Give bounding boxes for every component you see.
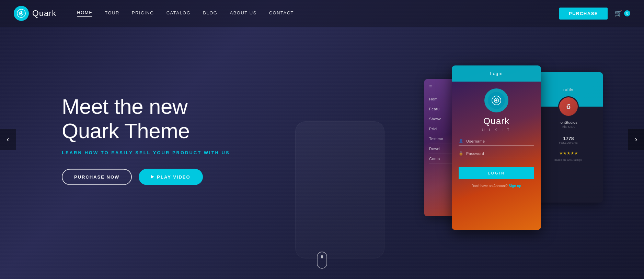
svg-point-3 — [495, 99, 497, 101]
screen-brand-sub: U I K I T — [452, 128, 541, 132]
logo-svg — [17, 9, 26, 18]
scroll-indicator — [317, 252, 327, 269]
carousel-next-button[interactable]: › — [628, 129, 644, 150]
cart-badge: 0 — [624, 10, 630, 16]
site-header: Quark HOME TOUR PRICING CATALOG BLOG ABO… — [0, 0, 644, 27]
login-header: Login — [452, 65, 541, 82]
nav-catalog[interactable]: CATALOG — [166, 10, 191, 17]
followers-stat: 1778 FOLLOWERS — [559, 136, 578, 144]
username-field-group: 👤 Username — [459, 139, 534, 146]
hero-section: Quark HOME TOUR PRICING CATALOG BLOG ABO… — [0, 0, 644, 279]
hero-subtitle-rest: HOW TO EASILY SELL YOUR PRODUCT WITH US — [82, 150, 230, 155]
hero-video-button[interactable]: PLAY VIDEO — [139, 169, 203, 185]
signup-link[interactable]: Sign up — [509, 184, 521, 188]
screen-logo-svg — [491, 95, 502, 106]
hero-subtitle-highlight: LEARN — [62, 150, 82, 155]
cart-area[interactable]: 🛒 0 — [614, 10, 630, 17]
purchase-button[interactable]: PURCHASE — [559, 8, 608, 20]
screens-area: rofile б ionStudios nia, USA 1778 FOLLOW… — [424, 65, 603, 230]
screen-logo-circle — [484, 88, 508, 112]
profile-avatar: б — [558, 96, 579, 117]
password-field-group: 🔒 Password — [459, 151, 534, 158]
play-icon — [151, 175, 154, 179]
hero-title-line2: Quark Theme — [62, 119, 189, 143]
chevron-left-icon: ‹ — [7, 135, 9, 144]
login-screen: Login Quark U I K I T 👤 Username — [452, 65, 541, 230]
profile-rating: based on 2271 ratings. — [534, 158, 603, 161]
hero-title-line1: Meet the new — [62, 95, 187, 118]
signup-prompt: Don't have an Account? — [472, 184, 508, 188]
screen-brand-name: Quark — [452, 116, 541, 126]
hero-purchase-button[interactable]: PURCHASE NOW — [62, 169, 132, 185]
followers-count: 1778 — [559, 136, 578, 141]
hero-subtitle: LEARN HOW TO EASILY SELL YOUR PRODUCT WI… — [62, 150, 230, 155]
hero-video-label: PLAY VIDEO — [157, 174, 190, 179]
logo-icon — [14, 6, 29, 21]
logo-link[interactable]: Quark — [14, 6, 56, 21]
user-icon: 👤 — [459, 139, 463, 143]
profile-stats: 1778 FOLLOWERS — [534, 132, 603, 148]
hamburger-icon: ≡ — [429, 83, 432, 89]
profile-label: rofile — [563, 87, 574, 92]
hero-title: Meet the new Quark Theme — [62, 94, 230, 143]
nav-tour[interactable]: TOUR — [105, 10, 119, 17]
profile-studio-name: ionStudios — [534, 120, 603, 124]
login-title: Login — [490, 71, 503, 76]
carousel-prev-button[interactable]: ‹ — [0, 129, 16, 150]
hero-content: Meet the new Quark Theme LEARN HOW TO EA… — [62, 94, 230, 185]
nav-pricing[interactable]: PRICING — [132, 10, 154, 17]
nav-about[interactable]: ABOUT US — [230, 10, 256, 17]
logo-text: Quark — [32, 9, 56, 18]
nav-home[interactable]: HOME — [77, 10, 92, 17]
username-label: Username — [466, 139, 485, 143]
profile-screen: rofile б ionStudios nia, USA 1778 FOLLOW… — [534, 72, 603, 203]
screen-login-button[interactable]: LOGIN — [459, 167, 534, 179]
screen-logo-inner — [488, 92, 505, 109]
nav-contact[interactable]: CONTACT — [269, 10, 294, 17]
cart-icon: 🛒 — [614, 10, 622, 17]
password-label: Password — [466, 151, 484, 156]
header-right: PURCHASE 🛒 0 — [559, 8, 630, 20]
hero-phone-bg — [295, 121, 384, 258]
lock-icon: 🔒 — [459, 151, 463, 156]
main-nav: HOME TOUR PRICING CATALOG BLOG ABOUT US … — [77, 10, 559, 17]
profile-location: nia, USA — [534, 125, 603, 129]
hero-buttons: PURCHASE NOW PLAY VIDEO — [62, 169, 230, 185]
nav-blog[interactable]: BLOG — [203, 10, 217, 17]
signup-text: Don't have an Account? Sign up — [459, 184, 534, 188]
profile-stars: ★★★★★ — [534, 148, 603, 158]
scroll-dot — [321, 255, 323, 258]
chevron-right-icon: › — [635, 135, 637, 144]
login-form: 👤 Username 🔒 Password LOGIN Don't have a… — [452, 139, 541, 188]
svg-point-1 — [20, 12, 22, 14]
followers-label: FOLLOWERS — [559, 141, 578, 144]
